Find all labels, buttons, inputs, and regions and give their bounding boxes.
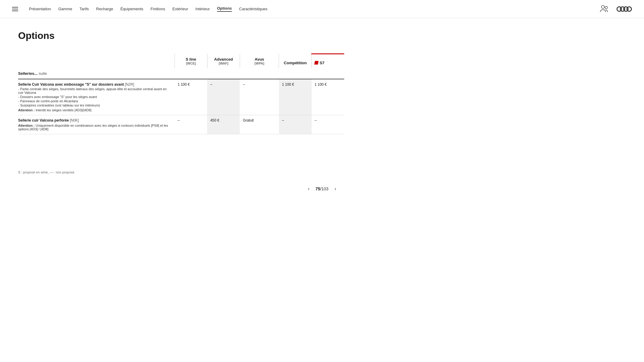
row2-attention: Attention : Uniquement disponible en com…	[18, 124, 171, 131]
col-header-s7: S7	[312, 54, 344, 68]
table-row: Sellerie Cuir Valcona avec embossage "S"…	[18, 79, 344, 115]
row1-val-advanced: –	[207, 79, 240, 115]
nav-finitions[interactable]: Finitions	[151, 7, 165, 11]
row1-val-avus: –	[240, 79, 279, 115]
s7-flag-icon	[314, 61, 319, 65]
svg-point-0	[601, 5, 604, 8]
row2-label: Sellerie cuir Valcona perforée [N0K] Att…	[18, 115, 175, 134]
row2-val-avus: Gratuit	[240, 115, 279, 134]
options-table-container: S line [WCE] Advanced [WAF] Avus [WPA] C…	[18, 53, 344, 134]
nav-equipements[interactable]: Équipements	[120, 7, 143, 11]
advanced-name: Advanced	[210, 57, 237, 62]
section-header-row: Selleries... suite	[18, 68, 344, 79]
hamburger-menu[interactable]	[12, 7, 18, 11]
row2-name: Sellerie cuir Valcona perforée [N0K]	[18, 118, 171, 122]
row1-val-s7: 1 100 €	[312, 79, 344, 115]
nav-gamme[interactable]: Gamme	[58, 7, 72, 11]
nav-links: Présentation Gamme Tarifs Recharge Équip…	[29, 6, 268, 12]
col-header-competition: Compétition	[279, 54, 312, 68]
nav-left: Présentation Gamme Tarifs Recharge Équip…	[12, 6, 268, 12]
row1-detail2: - Dossiers avec embossage "S" pour les s…	[18, 95, 171, 99]
table-row: Sellerie cuir Valcona perforée [N0K] Att…	[18, 115, 344, 134]
nav-recharge[interactable]: Recharge	[96, 7, 113, 11]
main-content: Options S line [WCE] Advanc	[0, 18, 362, 146]
avus-code: [WPA]	[243, 62, 276, 65]
pagination-current: 75	[316, 186, 320, 191]
svg-point-1	[605, 6, 607, 9]
row1-name: Sellerie Cuir Valcona avec embossage "S"…	[18, 82, 171, 87]
sline-code: [WCE]	[178, 62, 204, 65]
row2-val-advanced: 450 €	[207, 115, 240, 134]
footer-note: S : proposé en série, — : non proposé.	[0, 164, 644, 180]
row2-val-s7: –	[312, 115, 344, 134]
options-table: S line [WCE] Advanced [WAF] Avus [WPA] C…	[18, 53, 344, 134]
pagination-next[interactable]: ›	[335, 186, 336, 192]
row1-val-competition: 1 100 €	[279, 79, 312, 115]
col-header-sline: S line [WCE]	[175, 54, 207, 68]
col-header-advanced: Advanced [WAF]	[207, 54, 240, 68]
footer-text: S : proposé en série, — : non proposé.	[18, 170, 75, 174]
row1-detail3: - Panneaux de contre-porte en Alcantara	[18, 99, 171, 103]
nav-interieur[interactable]: Intérieur	[195, 7, 210, 11]
navigation: Présentation Gamme Tarifs Recharge Équip…	[0, 0, 644, 18]
nav-options[interactable]: Options	[217, 6, 232, 12]
page-title: Options	[18, 30, 344, 41]
row1-val-sline: 1 100 €	[175, 79, 207, 115]
row2-val-sline: –	[175, 115, 207, 134]
nav-tarifs[interactable]: Tarifs	[79, 7, 89, 11]
row1-label: Sellerie Cuir Valcona avec embossage "S"…	[18, 79, 175, 115]
row1-detail1: - Partie centrale des sièges, bourrelets…	[18, 87, 171, 94]
audi-logo	[617, 6, 632, 12]
competition-name: Compétition	[282, 61, 308, 65]
section-title-cell: Selleries... suite	[18, 68, 344, 79]
row1-detail4: - Surpiqûres contrastées (voir tableau s…	[18, 103, 171, 107]
pagination-total: 103	[322, 186, 328, 191]
nav-exterieur[interactable]: Extérieur	[172, 7, 188, 11]
nav-presentation[interactable]: Présentation	[29, 7, 51, 11]
nav-caracteristiques[interactable]: Caractéristiques	[239, 7, 268, 11]
sline-name: S line	[178, 57, 204, 62]
s7-name: S7	[319, 61, 324, 65]
section-suite: suite	[37, 71, 47, 76]
pagination: ‹ 75/103 ›	[0, 180, 644, 198]
table-header-row: S line [WCE] Advanced [WAF] Avus [WPA] C…	[18, 54, 344, 68]
col-header-avus: Avus [WPA]	[240, 54, 279, 68]
row1-attention: Attention : Interdit les sièges ventilés…	[18, 108, 171, 112]
s7-label: S7	[315, 61, 341, 65]
avus-name: Avus	[243, 57, 276, 62]
advanced-code: [WAF]	[210, 62, 237, 65]
row2-val-competition: –	[279, 115, 312, 134]
compare-icon[interactable]	[598, 3, 610, 15]
col-header-label	[18, 54, 175, 68]
nav-right	[598, 3, 632, 15]
section-title: Selleries...	[18, 71, 37, 76]
pagination-prev[interactable]: ‹	[308, 186, 309, 192]
pagination-info: 75/103	[316, 186, 328, 191]
